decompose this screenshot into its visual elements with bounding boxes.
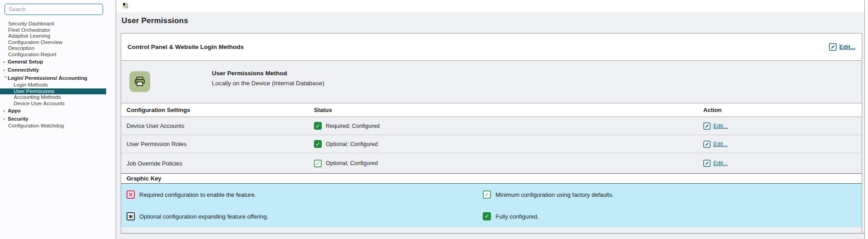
sidebar-item-security-dashboard[interactable]: Security Dashboard — [0, 21, 106, 27]
sidebar-item-general-setup[interactable]: ›General Setup — [0, 58, 106, 66]
table-header: Configuration Settings Status Action — [121, 103, 862, 117]
sidebar-item-label: Adaptive Learning — [0, 33, 50, 39]
sidebar-item-connectivity[interactable]: ›Connectivity — [0, 66, 106, 74]
setting-label: Device User Accounts — [127, 117, 184, 135]
status-text: Optional; Configured — [326, 141, 378, 147]
edit-pencil-icon — [829, 43, 837, 51]
sidebar-item-adaptive-learning[interactable]: Adaptive Learning — [0, 33, 106, 39]
sidebar-item-label: Fleet Orchestrator — [0, 27, 50, 34]
edit-pencil-icon — [703, 122, 711, 130]
panel-edit-button[interactable]: Edit... — [829, 43, 855, 51]
row-edit-button[interactable]: Edit... — [703, 122, 728, 130]
method-value: Locally on the Device (Internal Database… — [212, 80, 324, 87]
sidebar-item-user-permissions[interactable]: User Permissions — [0, 88, 106, 95]
panel-title: Control Panel & Website Login Methods — [128, 44, 244, 50]
key-label: Required configuration to enable the fea… — [139, 191, 256, 198]
sidebar-item-accounting-methods[interactable]: Accounting Methods — [0, 94, 106, 101]
sidebar-item-login-methods[interactable]: Login Methods — [0, 82, 106, 88]
method-section: User Permissions Method Locally on the D… — [121, 61, 862, 103]
key-item: Optional configuration expanding feature… — [127, 205, 483, 227]
column-status: Status — [314, 103, 332, 117]
chevron-right-icon: › — [3, 66, 8, 74]
search-input[interactable] — [5, 4, 103, 15]
key-item: Fully configured. — [483, 205, 862, 227]
edit-pencil-icon — [703, 141, 711, 148]
required-x-icon — [127, 190, 135, 199]
status-text: Optional; Configured — [326, 160, 378, 166]
app-grid-icon[interactable] — [123, 3, 128, 9]
chevron-right-icon: › — [3, 115, 8, 123]
sidebar-item-label: General Setup — [8, 58, 43, 66]
panel-header: Control Panel & Website Login Methods Ed… — [121, 34, 862, 61]
sidebar-item-label: Connectivity — [8, 66, 39, 74]
sidebar-item-security[interactable]: ›Security — [0, 115, 106, 123]
printer-icon — [129, 71, 150, 92]
sidebar-item-label: Apps — [8, 107, 21, 115]
column-configuration-settings: Configuration Settings — [127, 103, 190, 117]
page-title: User Permissions — [122, 16, 188, 25]
configured-check-icon — [483, 212, 491, 220]
top-strip — [117, 0, 864, 12]
sidebar-item-configuration-watchdog[interactable]: Configuration Watchdog — [0, 123, 106, 129]
chevron-down-icon: › — [2, 76, 10, 81]
table-row: User Permission Roles Optional; Configur… — [121, 135, 862, 153]
status-check-icon — [314, 122, 322, 130]
minimum-check-icon — [483, 190, 491, 199]
chevron-right-icon: › — [3, 58, 8, 66]
sidebar-item-label: Accounting Methods — [0, 94, 61, 101]
sidebar-item-label: Login Methods — [0, 82, 48, 88]
sidebar-item-label: Device User Accounts — [0, 101, 65, 107]
main-content: User Permissions Control Panel & Website… — [117, 0, 865, 239]
status-text: Required; Configured — [326, 123, 380, 129]
setting-label: Job Override Policies — [127, 153, 182, 173]
section-divider — [121, 233, 865, 234]
chevron-right-icon: › — [3, 107, 8, 115]
row-edit-button[interactable]: Edit... — [703, 141, 728, 148]
table-row: Device User Accounts Required; Configure… — [121, 117, 862, 135]
sidebar-item-login-permissions-accounting[interactable]: ›Login/ Permissions/ Accounting — [0, 74, 106, 82]
key-item: Minimum configuration using factory defa… — [483, 184, 862, 205]
sidebar-item-label: Login/ Permissions/ Accounting — [8, 74, 87, 82]
sidebar-nav: Security DashboardFleet OrchestratorAdap… — [0, 21, 106, 129]
key-item: Required configuration to enable the fea… — [127, 184, 483, 205]
sidebar-item-label: Configuration Report — [0, 52, 56, 58]
key-label: Minimum configuration using factory defa… — [495, 191, 614, 198]
setting-label: User Permission Roles — [127, 135, 186, 153]
sidebar-item-apps[interactable]: ›Apps — [0, 107, 106, 115]
sidebar-item-configuration-report[interactable]: Configuration Report — [0, 52, 106, 58]
key-label: Optional configuration expanding feature… — [139, 213, 269, 220]
sidebar-item-description[interactable]: Description — [0, 45, 106, 52]
edit-label: Edit... — [713, 141, 728, 147]
sidebar-item-configuration-overview[interactable]: Configuration Overview — [0, 39, 106, 46]
edit-pencil-icon — [703, 160, 711, 167]
sidebar-item-fleet-orchestrator[interactable]: Fleet Orchestrator — [0, 27, 106, 34]
edit-label: Edit... — [713, 160, 728, 166]
optional-asterisk-icon — [127, 212, 135, 220]
edit-label: Edit... — [839, 44, 855, 50]
status-check-icon — [314, 160, 322, 167]
column-action: Action — [703, 103, 721, 117]
sidebar-item-label: Security Dashboard — [0, 21, 54, 27]
graphic-key-header: Graphic Key — [121, 173, 862, 184]
sidebar-item-label: Configuration Overview — [0, 39, 63, 46]
edit-label: Edit... — [713, 123, 728, 129]
table-row: Job Override Policies Optional; Configur… — [121, 153, 862, 173]
graphic-key: Required configuration to enable the fea… — [121, 184, 862, 227]
row-edit-button[interactable]: Edit... — [703, 160, 728, 167]
sidebar-item-label: Security — [8, 115, 28, 123]
sidebar: Security DashboardFleet OrchestratorAdap… — [0, 0, 116, 239]
key-label: Fully configured. — [495, 213, 539, 220]
sidebar-item-device-user-accounts[interactable]: Device User Accounts — [0, 101, 106, 107]
sidebar-item-label: Description — [0, 45, 34, 52]
method-title: User Permissions Method — [212, 70, 324, 77]
login-methods-panel: Control Panel & Website Login Methods Ed… — [121, 33, 862, 234]
sidebar-item-label: User Permissions — [0, 88, 54, 95]
sidebar-item-label: Configuration Watchdog — [0, 123, 64, 129]
status-check-icon — [314, 140, 322, 148]
